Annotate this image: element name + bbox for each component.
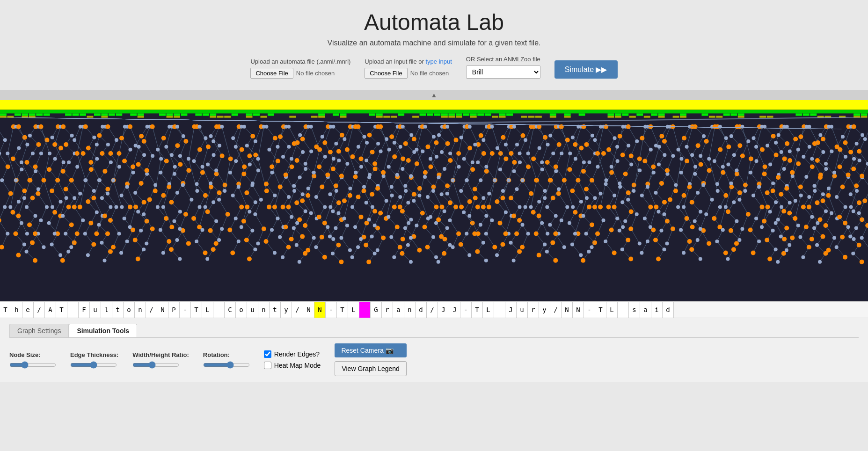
char-cell: n <box>258 302 270 318</box>
char-cell: T <box>191 302 202 318</box>
simulate-button[interactable]: Simulate ▶▶ <box>554 60 618 79</box>
page-subtitle: Visualize an automata machine and simula… <box>14 39 854 47</box>
input-file-row: Choose File No file chosen <box>365 68 452 79</box>
char-cell: y <box>539 302 550 318</box>
visualization-canvas[interactable] <box>0 100 868 301</box>
anml-zoo-select[interactable]: BrillSnortDotstarEntityResolutionHamming… <box>466 65 540 79</box>
char-cell: - <box>584 302 595 318</box>
char-cell: / <box>292 302 303 318</box>
char-cell: e <box>22 302 34 318</box>
char-cell: N <box>157 302 168 318</box>
char-cell: o <box>124 302 135 318</box>
char-cell: J <box>449 302 460 318</box>
char-cell: N <box>314 302 326 318</box>
char-cell: F <box>79 302 90 318</box>
collapse-bar[interactable]: ▲ <box>0 90 868 100</box>
checkboxes-group: Render Edges? Heat Map Mode <box>264 350 321 369</box>
action-buttons: Reset Camera 📷 View Graph Legend <box>335 343 407 376</box>
settings-row: Node Size: Edge Thickness: Width/Height … <box>9 343 859 376</box>
char-cell: C <box>225 302 236 318</box>
char-cell: u <box>90 302 101 318</box>
char-cell: L <box>202 302 213 318</box>
char-cell: / <box>146 302 157 318</box>
rotation-group: Rotation: <box>203 351 250 369</box>
bottom-section: Graph Settings Simulation Tools Node Siz… <box>0 318 868 382</box>
char-cell: N <box>573 302 584 318</box>
heat-map-label: Heat Map Mode <box>274 362 321 369</box>
tabs-row: Graph Settings Simulation Tools <box>9 324 859 338</box>
char-cell: u <box>517 302 528 318</box>
heat-map-item: Heat Map Mode <box>264 362 321 369</box>
width-height-label: Width/Height Ratio: <box>132 351 189 358</box>
char-cell: T <box>0 302 11 318</box>
char-cell: L <box>606 302 618 318</box>
rotation-label: Rotation: <box>203 351 250 358</box>
tab-simulation-tools[interactable]: Simulation Tools <box>69 324 137 337</box>
automata-upload-label: Upload an automata file (.anml/.mnrl) <box>250 58 350 65</box>
char-cell: y <box>281 302 292 318</box>
type-input-link[interactable]: type input <box>425 58 452 65</box>
char-cell: o <box>236 302 247 318</box>
char-cell: A <box>45 302 56 318</box>
char-cell: G <box>371 302 382 318</box>
char-cell: r <box>382 302 393 318</box>
input-choose-file-button[interactable]: Choose File <box>365 68 407 79</box>
char-cell: L <box>348 302 359 318</box>
char-cell: / <box>550 302 562 318</box>
render-edges-label: Render Edges? <box>274 350 320 358</box>
edge-thickness-label: Edge Thickness: <box>70 351 118 358</box>
render-edges-item: Render Edges? <box>264 350 321 358</box>
char-cell: N <box>303 302 314 318</box>
char-cell: T <box>56 302 67 318</box>
automata-upload-group: Upload an automata file (.anml/.mnrl) Ch… <box>250 58 350 79</box>
page-title: Automata Lab <box>14 9 854 35</box>
char-cell: t <box>270 302 281 318</box>
char-cell: T <box>595 302 606 318</box>
char-cell: / <box>34 302 45 318</box>
collapse-arrow: ▲ <box>431 91 438 99</box>
char-cell: n <box>404 302 416 318</box>
char-cell: s <box>629 302 640 318</box>
input-upload-label: Upload an input file or type input <box>365 58 452 65</box>
heat-map-checkbox[interactable] <box>264 362 271 369</box>
tab-graph-settings[interactable]: Graph Settings <box>9 324 69 337</box>
char-cell: P <box>168 302 180 318</box>
edge-thickness-slider[interactable] <box>70 361 117 369</box>
node-size-slider[interactable] <box>9 361 56 369</box>
char-cell: T <box>337 302 348 318</box>
char-cell: - <box>180 302 191 318</box>
char-cell: d <box>663 302 674 318</box>
char-cell: h <box>11 302 22 318</box>
visualization-section <box>0 100 868 301</box>
node-size-label: Node Size: <box>9 351 56 358</box>
edge-thickness-group: Edge Thickness: <box>70 351 118 369</box>
char-cell: a <box>393 302 404 318</box>
char-row-container: The/AT Fulton/NP-TL County/NN-TL Grand/J… <box>0 301 868 318</box>
char-cell: J <box>438 302 449 318</box>
char-cell: / <box>427 302 438 318</box>
automata-no-file-text: No file chosen <box>296 70 335 77</box>
input-no-file-text: No file chosen <box>410 70 449 77</box>
node-size-group: Node Size: <box>9 351 56 369</box>
render-edges-checkbox[interactable] <box>264 350 271 358</box>
input-upload-group: Upload an input file or type input Choos… <box>365 58 452 79</box>
rotation-slider[interactable] <box>203 361 250 369</box>
char-cell: n <box>135 302 146 318</box>
char-cell <box>67 302 79 318</box>
char-cell: J <box>505 302 517 318</box>
controls-row: Upload an automata file (.anml/.mnrl) Ch… <box>14 56 854 85</box>
char-cell: d <box>416 302 427 318</box>
char-cell <box>213 302 225 318</box>
char-cell <box>359 302 371 318</box>
anml-zoo-label: OR Select an ANMLZoo file <box>466 56 540 63</box>
automata-file-row: Choose File No file chosen <box>250 68 350 79</box>
char-cell: l <box>101 302 112 318</box>
char-cell: T <box>472 302 483 318</box>
view-legend-button[interactable]: View Graph Legend <box>335 361 407 376</box>
char-cell <box>494 302 505 318</box>
char-cell: N <box>562 302 573 318</box>
automata-choose-file-button[interactable]: Choose File <box>250 68 293 79</box>
width-height-slider[interactable] <box>132 361 179 369</box>
anml-zoo-group: OR Select an ANMLZoo file BrillSnortDots… <box>466 56 540 79</box>
reset-camera-button[interactable]: Reset Camera 📷 <box>335 343 407 357</box>
